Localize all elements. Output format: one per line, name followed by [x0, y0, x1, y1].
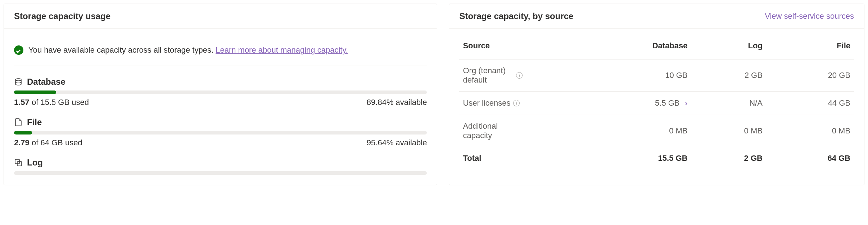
col-source: Source [459, 39, 567, 59]
db-value: 0 MB [669, 126, 687, 136]
storage-available-text: 95.64% available [367, 138, 427, 147]
info-icon[interactable]: i [513, 100, 520, 106]
file-value: 44 GB [766, 92, 854, 115]
card-body: Source Database Log File Org (tenant) de… [449, 29, 864, 169]
card-header: Storage capacity usage [4, 4, 437, 29]
storage-label: Log [27, 158, 43, 168]
storage-available-text: 89.84% available [367, 98, 427, 107]
source-table: Source Database Log File Org (tenant) de… [459, 39, 854, 169]
storage-used-text: 1.57 of 15.5 GB used [14, 98, 89, 107]
storage-usage-card: Storage capacity usage You have availabl… [4, 4, 437, 185]
storage-block-database: Database 1.57 of 15.5 GB used 89.84% ava… [14, 77, 427, 107]
success-check-icon [14, 45, 23, 55]
table-row-total: Total 15.5 GB 2 GB 64 GB [459, 147, 854, 170]
col-log: Log [691, 39, 766, 59]
table-header-row: Source Database Log File [459, 39, 854, 59]
storage-by-source-card: Storage capacity, by source View self-se… [449, 4, 864, 185]
chevron-right-icon[interactable]: › [680, 98, 688, 108]
file-value: 0 MB [766, 115, 854, 147]
status-row: You have available capacity across all s… [14, 39, 427, 66]
progress-bar-log [14, 171, 427, 175]
total-db: 15.5 GB [567, 147, 691, 170]
log-value: 0 MB [691, 115, 766, 147]
table-row: User licensesi 5.5 GB› N/A 44 GB [459, 92, 854, 115]
col-database: Database [567, 39, 691, 59]
col-file: File [766, 39, 854, 59]
total-file: 64 GB [766, 147, 854, 170]
log-value: N/A [691, 92, 766, 115]
db-value: 10 GB [665, 71, 687, 80]
card-title: Storage capacity usage [14, 11, 110, 21]
log-value: 2 GB [691, 59, 766, 92]
storage-block-log: Log [14, 158, 427, 175]
storage-used-text: 2.79 of 64 GB used [14, 138, 82, 147]
storage-label: Database [27, 77, 65, 87]
source-name: Additional capacity [463, 122, 506, 140]
learn-more-link[interactable]: Learn more about managing capacity. [216, 45, 348, 54]
view-self-service-link[interactable]: View self-service sources [765, 12, 854, 21]
card-body: You have available capacity across all s… [4, 29, 437, 175]
progress-bar-database [14, 91, 427, 94]
card-title: Storage capacity, by source [459, 11, 573, 21]
file-icon [14, 118, 23, 127]
total-label: Total [459, 147, 567, 170]
source-name: Org (tenant) default [463, 66, 513, 85]
db-value: 5.5 GB [655, 98, 679, 108]
progress-bar-file [14, 131, 427, 134]
card-header: Storage capacity, by source View self-se… [449, 4, 864, 29]
status-text: You have available capacity across all s… [28, 45, 348, 55]
file-value: 20 GB [766, 59, 854, 92]
table-row: Additional capacity 0 MB 0 MB 0 MB [459, 115, 854, 147]
info-icon[interactable]: i [516, 72, 523, 79]
database-icon [14, 78, 23, 86]
storage-label: File [27, 117, 42, 127]
storage-block-file: File 2.79 of 64 GB used 95.64% available [14, 117, 427, 147]
total-log: 2 GB [691, 147, 766, 170]
log-icon [14, 158, 23, 167]
status-message: You have available capacity across all s… [28, 45, 216, 54]
svg-point-0 [15, 79, 21, 81]
table-row: Org (tenant) defaulti 10 GB 2 GB 20 GB [459, 59, 854, 92]
source-name: User licenses [463, 98, 510, 108]
